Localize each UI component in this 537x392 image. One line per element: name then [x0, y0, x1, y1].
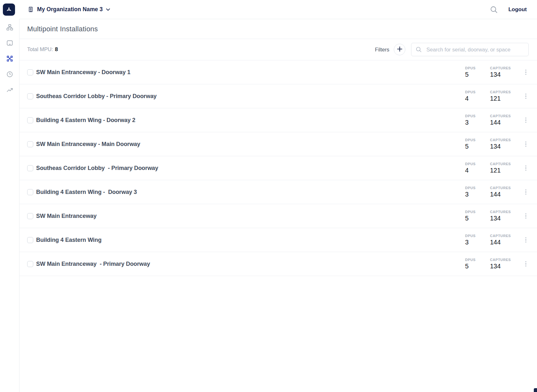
captures-value: 121	[490, 167, 524, 174]
sidebar	[0, 19, 19, 392]
kebab-dot	[525, 263, 526, 265]
installation-name: Building 4 Eastern Wing - Doorway 2	[36, 117, 135, 124]
plus-icon	[397, 46, 402, 53]
captures-stat: CAPTURES 121	[490, 90, 524, 102]
history-clock-icon	[6, 71, 13, 79]
kebab-dot	[525, 189, 526, 191]
dpus-value: 5	[465, 263, 490, 270]
captures-value: 134	[490, 215, 524, 222]
kebab-dot	[525, 96, 526, 97]
row-checkbox[interactable]	[27, 141, 33, 147]
installation-row[interactable]: Building 4 Eastern Wing - Doorway 3 DPUS…	[19, 180, 537, 204]
dpus-stat: DPUS 3	[465, 114, 490, 126]
sidebar-item-history[interactable]	[4, 71, 15, 78]
row-menu-button[interactable]	[524, 68, 528, 76]
installation-row[interactable]: Southeas Corridor Lobby - Primary Doorwa…	[19, 84, 537, 108]
captures-stat: CAPTURES 144	[490, 114, 524, 126]
captures-stat: CAPTURES 134	[490, 66, 524, 78]
kebab-dot	[525, 218, 526, 219]
row-checkbox[interactable]	[27, 117, 33, 123]
captures-value: 144	[490, 191, 524, 198]
captures-label: CAPTURES	[490, 114, 524, 118]
captures-stat: CAPTURES 134	[490, 210, 524, 222]
dpus-stat: DPUS 5	[465, 138, 490, 150]
app-logo[interactable]	[3, 4, 15, 16]
installation-name: SW Main Entranceway - Main Doorway	[36, 141, 140, 148]
chat-widget-sliver[interactable]	[534, 388, 537, 392]
captures-value: 121	[490, 95, 524, 102]
search-icon[interactable]	[490, 5, 498, 14]
dpus-value: 5	[465, 143, 490, 150]
dpus-stat: DPUS 5	[465, 210, 490, 222]
row-checkbox[interactable]	[27, 261, 33, 267]
trending-up-icon	[6, 86, 13, 95]
row-checkbox[interactable]	[27, 93, 33, 99]
row-menu-button[interactable]	[524, 116, 528, 124]
installation-name: Building 4 Eastern Wing	[36, 237, 102, 243]
sidebar-item-devices[interactable]	[4, 40, 15, 47]
row-menu-button[interactable]	[524, 140, 528, 148]
total-mpu-value: 8	[55, 46, 58, 52]
row-checkbox[interactable]	[27, 237, 33, 243]
sidebar-item-multipoint[interactable]	[4, 56, 15, 63]
hierarchy-icon	[6, 24, 13, 32]
kebab-dot	[525, 98, 526, 99]
row-checkbox[interactable]	[27, 213, 33, 219]
dpus-label: DPUS	[465, 186, 490, 190]
sidebar-item-analytics[interactable]	[4, 87, 15, 94]
captures-label: CAPTURES	[490, 234, 524, 238]
kebab-dot	[525, 213, 526, 215]
logout-button[interactable]: Logout	[508, 6, 527, 13]
installation-row[interactable]: SW Main Entranceway - Primary Doorway DP…	[19, 252, 537, 276]
installation-row[interactable]: SW Main Entranceway - Main Doorway DPUS …	[19, 132, 537, 156]
installation-name: SW Main Entranceway - Primary Doorway	[36, 261, 150, 267]
org-selector[interactable]: My Organization Name 3	[28, 6, 110, 13]
kebab-dot	[525, 239, 526, 241]
installation-row[interactable]: SW Main Entranceway DPUS 5 CAPTURES 134	[19, 204, 537, 228]
captures-stat: CAPTURES 144	[490, 234, 524, 246]
kebab-dot	[525, 94, 526, 95]
captures-value: 144	[490, 119, 524, 126]
add-filter-button[interactable]	[394, 44, 405, 55]
device-icon	[6, 39, 13, 48]
installation-name: SW Main Entranceway - Doorway 1	[36, 69, 130, 76]
row-menu-button[interactable]	[524, 92, 528, 100]
search-input[interactable]	[411, 43, 529, 56]
captures-value: 144	[490, 239, 524, 246]
row-menu-button[interactable]	[524, 164, 528, 172]
total-mpu: Total MPU:8	[27, 46, 58, 53]
installation-row[interactable]: Building 4 Eastern Wing DPUS 3 CAPTURES …	[19, 228, 537, 252]
row-menu-button[interactable]	[524, 212, 528, 220]
dpus-label: DPUS	[465, 258, 490, 262]
sidebar-item-hierarchy[interactable]	[4, 24, 15, 31]
dpus-stat: DPUS 5	[465, 258, 490, 270]
installation-row[interactable]: SW Main Entranceway - Doorway 1 DPUS 5 C…	[19, 60, 537, 84]
row-menu-button[interactable]	[524, 188, 528, 196]
row-checkbox[interactable]	[27, 189, 33, 195]
dpus-label: DPUS	[465, 138, 490, 142]
row-menu-button[interactable]	[524, 260, 528, 268]
top-bar: My Organization Name 3 Logout	[0, 0, 537, 19]
captures-stat: CAPTURES 144	[490, 186, 524, 198]
row-menu-button[interactable]	[524, 236, 528, 244]
kebab-dot	[525, 146, 526, 147]
captures-stat: CAPTURES 121	[490, 162, 524, 174]
kebab-dot	[525, 215, 526, 217]
dpus-value: 3	[465, 191, 490, 198]
filters-label: Filters	[375, 47, 389, 53]
installation-row[interactable]: Building 4 Eastern Wing - Doorway 2 DPUS…	[19, 108, 537, 132]
installation-name: Southeas Corridor Lobby - Primary Doorwa…	[36, 93, 157, 100]
dpus-value: 4	[465, 167, 490, 174]
captures-value: 134	[490, 71, 524, 78]
captures-stat: CAPTURES 134	[490, 138, 524, 150]
installation-row[interactable]: Southeas Corridor Lobby - Primary Doorwa…	[19, 156, 537, 180]
dpus-label: DPUS	[465, 162, 490, 166]
row-checkbox[interactable]	[27, 69, 33, 75]
dpus-label: DPUS	[465, 234, 490, 238]
dpus-stat: DPUS 5	[465, 66, 490, 78]
dpus-stat: DPUS 3	[465, 234, 490, 246]
row-checkbox[interactable]	[27, 165, 33, 171]
kebab-dot	[525, 122, 526, 123]
total-mpu-label: Total MPU:	[27, 46, 53, 52]
kebab-dot	[525, 194, 526, 195]
